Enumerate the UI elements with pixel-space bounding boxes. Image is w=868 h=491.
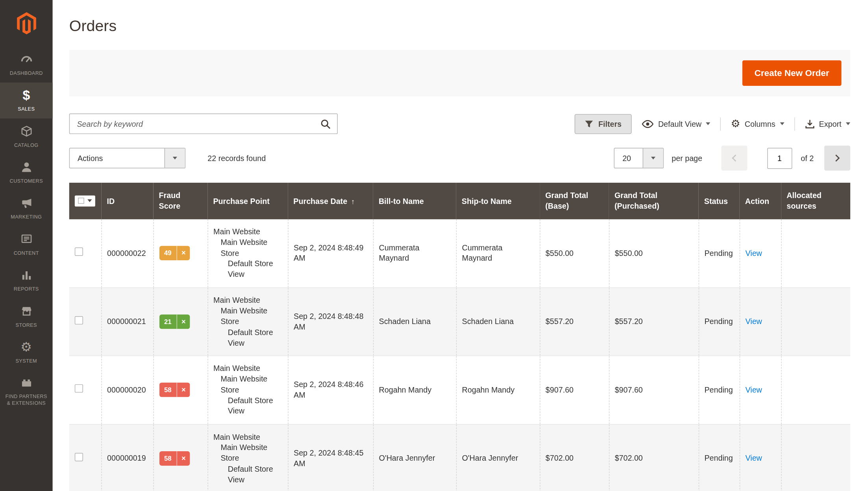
sidebar-item-content[interactable]: CONTENT (0, 226, 53, 262)
filters-label: Filters (598, 119, 622, 128)
view-order-link[interactable]: View (746, 248, 762, 258)
chevron-down-icon (173, 157, 177, 159)
fraud-dismiss-icon[interactable]: × (177, 383, 190, 397)
create-new-order-button[interactable]: Create New Order (742, 60, 842, 86)
row-checkbox[interactable] (75, 453, 83, 461)
sidebar-item-marketing[interactable]: MARKETING (0, 191, 53, 226)
sidebar-item-label: CATALOG (14, 142, 39, 148)
table-row: 000000019 58 × Main Website Main Website… (69, 424, 850, 491)
toolbar-right-controls: Filters Default View ⚙ Columns Export (575, 114, 850, 134)
search-box (69, 113, 338, 134)
chevron-down-icon (87, 200, 92, 202)
extensions-icon (20, 376, 32, 389)
column-header-purchase-date[interactable]: Purchase Date↑ (288, 183, 373, 219)
sidebar-item-reports[interactable]: REPORTS (0, 263, 53, 298)
cell-purchase-date: Sep 2, 2024 8:48:49 AM (288, 219, 373, 287)
cell-grand-total-purchased: $702.00 (609, 424, 699, 491)
page-size-dropdown[interactable]: 20 (614, 148, 664, 168)
cell-grand-total-base: $557.20 (540, 287, 609, 356)
row-checkbox[interactable] (75, 316, 83, 324)
column-header-grand-total-base[interactable]: Grand Total (Base) (540, 183, 609, 219)
column-header-ship-to[interactable]: Ship-to Name (456, 183, 540, 219)
stores-icon (20, 304, 32, 318)
cell-purchase-point: Main Website Main Website Store Default … (207, 424, 288, 491)
column-header-allocated-sources[interactable]: Allocated sources (781, 183, 850, 219)
fraud-dismiss-icon[interactable]: × (177, 246, 190, 260)
column-header-purchase-point[interactable]: Purchase Point (207, 183, 288, 219)
column-header-bill-to[interactable]: Bill-to Name (373, 183, 456, 219)
sidebar-item-label: FIND PARTNERS & EXTENSIONS (4, 393, 49, 406)
view-order-link[interactable]: View (746, 454, 762, 463)
cell-id: 000000022 (101, 219, 153, 287)
cell-allocated-sources (781, 287, 850, 356)
sidebar-item-stores[interactable]: STORES (0, 298, 53, 334)
column-header-action[interactable]: Action (740, 183, 781, 219)
cell-purchase-date: Sep 2, 2024 8:48:45 AM (288, 424, 373, 491)
columns-button[interactable]: ⚙ Columns (731, 119, 784, 129)
pagination-controls: 20 per page of 2 (614, 146, 850, 170)
toolbar-divider (794, 117, 794, 130)
cell-grand-total-purchased: $557.20 (609, 287, 699, 356)
reports-icon (20, 269, 32, 282)
chevron-down-icon (651, 157, 655, 159)
export-button[interactable]: Export (805, 119, 850, 129)
fraud-dismiss-icon[interactable]: × (177, 315, 190, 329)
orders-grid: ID Fraud Score Purchase Point Purchase D… (69, 183, 850, 491)
fraud-dismiss-icon[interactable]: × (177, 451, 190, 465)
view-order-link[interactable]: View (746, 317, 762, 326)
search-submit-button[interactable] (316, 116, 334, 132)
sidebar-item-dashboard[interactable]: DASHBOARD (0, 46, 53, 82)
fraud-score-value: 58 (159, 451, 177, 465)
cell-status: Pending (699, 219, 740, 287)
records-found-text: 22 records found (207, 154, 266, 163)
header-select-all (69, 183, 102, 219)
cell-status: Pending (699, 424, 740, 491)
actions-dropdown[interactable]: Actions (69, 148, 185, 168)
gear-icon: ⚙ (731, 119, 740, 129)
column-header-id[interactable]: ID (101, 183, 153, 219)
fraud-score-badge: 21 × (159, 315, 190, 329)
cell-bill-to-name: O'Hara Jennyfer (373, 424, 456, 491)
current-page-input[interactable] (767, 148, 792, 169)
next-page-button[interactable] (824, 146, 850, 170)
cell-status: Pending (699, 356, 740, 424)
filter-funnel-icon (585, 119, 594, 128)
cell-status: Pending (699, 287, 740, 356)
row-checkbox[interactable] (75, 384, 83, 393)
sidebar-item-label: CUSTOMERS (10, 178, 43, 184)
chevron-right-icon (833, 155, 840, 162)
sidebar-item-customers[interactable]: CUSTOMERS (0, 154, 53, 190)
page-actions-band: Create New Order (69, 50, 850, 96)
sidebar-item-system[interactable]: ⚙ SYSTEM (0, 334, 53, 370)
column-header-status[interactable]: Status (699, 183, 740, 219)
search-input[interactable] (69, 113, 338, 134)
view-order-link[interactable]: View (746, 385, 762, 394)
chevron-left-icon (732, 155, 739, 162)
chevron-down-icon (780, 122, 784, 125)
fraud-score-value: 58 (159, 383, 177, 397)
default-view-button[interactable]: Default View (642, 119, 711, 128)
catalog-icon (20, 124, 32, 138)
sidebar-item-catalog[interactable]: CATALOG (0, 119, 53, 154)
main-content: Orders Create New Order Filters Default … (53, 0, 868, 491)
sidebar-item-label: STORES (16, 322, 37, 328)
sidebar: DASHBOARD $ SALES CATALOG CUSTOMERS MARK… (0, 0, 53, 491)
cell-allocated-sources (781, 356, 850, 424)
export-download-icon (805, 119, 814, 129)
sidebar-item-find-partners[interactable]: FIND PARTNERS & EXTENSIONS (0, 371, 53, 412)
chevron-down-icon (706, 122, 710, 125)
sidebar-item-sales[interactable]: $ SALES (0, 83, 53, 119)
column-header-label: Purchase Date (293, 196, 347, 206)
column-header-fraud-score[interactable]: Fraud Score (154, 183, 208, 219)
cell-purchase-point: Main Website Main Website Store Default … (207, 356, 288, 424)
cell-grand-total-purchased: $907.60 (609, 356, 699, 424)
cell-purchase-point: Main Website Main Website Store Default … (207, 219, 288, 287)
filters-button[interactable]: Filters (575, 114, 632, 134)
previous-page-button[interactable] (721, 146, 747, 170)
column-header-grand-total-purchased[interactable]: Grand Total (Purchased) (609, 183, 699, 219)
table-row: 000000021 21 × Main Website Main Website… (69, 287, 850, 356)
row-checkbox[interactable] (75, 248, 83, 256)
magento-logo[interactable] (0, 0, 53, 46)
grid-controls-row: Actions 22 records found 20 per page of … (69, 146, 850, 170)
select-all-dropdown[interactable] (75, 195, 95, 206)
